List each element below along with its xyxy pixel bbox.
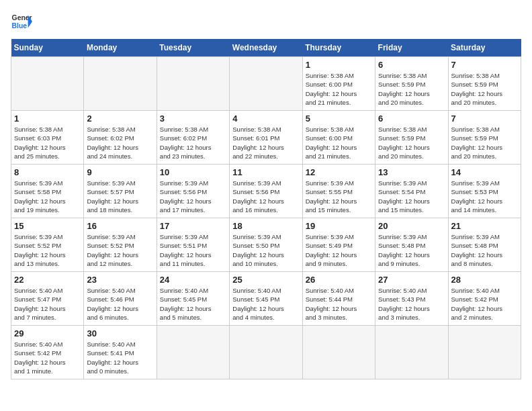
calendar-cell: 10Sunrise: 5:39 AM Sunset: 5:56 PM Dayli…: [157, 165, 229, 218]
calendar-cell: 17Sunrise: 5:39 AM Sunset: 5:51 PM Dayli…: [157, 218, 229, 272]
day-info: Sunrise: 5:39 AM Sunset: 5:52 PM Dayligh…: [87, 232, 153, 268]
column-header-monday: Monday: [84, 39, 157, 57]
calendar-cell: 8Sunrise: 5:39 AM Sunset: 5:58 PM Daylig…: [11, 165, 84, 218]
day-number: 4: [232, 113, 299, 124]
day-number: 23: [87, 275, 153, 285]
calendar-cell: 14Sunrise: 5:39 AM Sunset: 5:53 PM Dayli…: [448, 165, 521, 218]
day-info: Sunrise: 5:38 AM Sunset: 5:59 PM Dayligh…: [451, 71, 518, 107]
calendar-cell: 22Sunrise: 5:40 AM Sunset: 5:47 PM Dayli…: [11, 272, 84, 326]
calendar-cell: 19Sunrise: 5:39 AM Sunset: 5:49 PM Dayli…: [302, 218, 375, 272]
column-header-saturday: Saturday: [448, 39, 521, 57]
calendar-cell: 7Sunrise: 5:38 AM Sunset: 5:59 PM Daylig…: [448, 57, 521, 111]
day-info: Sunrise: 5:38 AM Sunset: 6:02 PM Dayligh…: [87, 125, 153, 161]
calendar-cell: 12Sunrise: 5:39 AM Sunset: 5:55 PM Dayli…: [302, 165, 375, 218]
calendar-cell: 15Sunrise: 5:39 AM Sunset: 5:52 PM Dayli…: [11, 218, 84, 272]
day-number: 19: [306, 221, 372, 231]
day-number: 10: [160, 167, 226, 177]
day-number: 11: [232, 167, 299, 177]
day-info: Sunrise: 5:38 AM Sunset: 6:00 PM Dayligh…: [306, 125, 372, 161]
calendar-cell: 28Sunrise: 5:40 AM Sunset: 5:42 PM Dayli…: [448, 272, 521, 326]
week-row: 15Sunrise: 5:39 AM Sunset: 5:52 PM Dayli…: [11, 218, 521, 272]
day-number: 18: [232, 221, 299, 231]
calendar-cell: [230, 57, 302, 111]
column-header-friday: Friday: [375, 39, 448, 57]
day-number: 26: [306, 275, 372, 285]
week-row: 1Sunrise: 5:38 AM Sunset: 6:00 PM Daylig…: [11, 57, 521, 111]
calendar-cell: 16Sunrise: 5:39 AM Sunset: 5:52 PM Dayli…: [84, 218, 157, 272]
column-header-sunday: Sunday: [11, 39, 84, 57]
calendar-cell: [375, 326, 448, 379]
day-number: 9: [87, 167, 153, 177]
calendar-cell: 24Sunrise: 5:40 AM Sunset: 5:45 PM Dayli…: [157, 272, 229, 326]
calendar-cell: 3Sunrise: 5:38 AM Sunset: 6:02 PM Daylig…: [157, 111, 229, 165]
day-info: Sunrise: 5:38 AM Sunset: 5:59 PM Dayligh…: [451, 125, 518, 161]
day-info: Sunrise: 5:39 AM Sunset: 5:54 PM Dayligh…: [378, 179, 445, 214]
day-info: Sunrise: 5:40 AM Sunset: 5:42 PM Dayligh…: [14, 340, 81, 375]
calendar-cell: 9Sunrise: 5:39 AM Sunset: 5:57 PM Daylig…: [84, 165, 157, 218]
day-info: Sunrise: 5:38 AM Sunset: 5:59 PM Dayligh…: [378, 125, 445, 161]
day-number: 15: [14, 221, 81, 231]
day-info: Sunrise: 5:39 AM Sunset: 5:48 PM Dayligh…: [378, 232, 445, 268]
week-row: 8Sunrise: 5:39 AM Sunset: 5:58 PM Daylig…: [11, 165, 521, 218]
calendar-cell: 23Sunrise: 5:40 AM Sunset: 5:46 PM Dayli…: [84, 272, 157, 326]
day-number: 14: [451, 167, 518, 177]
day-number: 12: [306, 167, 372, 177]
day-info: Sunrise: 5:40 AM Sunset: 5:44 PM Dayligh…: [306, 286, 372, 322]
calendar-cell: 1Sunrise: 5:38 AM Sunset: 6:03 PM Daylig…: [11, 111, 84, 165]
calendar-cell: 18Sunrise: 5:39 AM Sunset: 5:50 PM Dayli…: [230, 218, 302, 272]
week-row: 22Sunrise: 5:40 AM Sunset: 5:47 PM Dayli…: [11, 272, 521, 326]
calendar-cell: 27Sunrise: 5:40 AM Sunset: 5:43 PM Dayli…: [375, 272, 448, 326]
day-number: 7: [451, 60, 518, 70]
day-number: 1: [306, 60, 372, 70]
day-info: Sunrise: 5:40 AM Sunset: 5:41 PM Dayligh…: [87, 340, 153, 375]
calendar-table: SundayMondayTuesdayWednesdayThursdayFrid…: [11, 39, 521, 379]
day-number: 8: [14, 167, 81, 177]
calendar-cell: [230, 326, 302, 379]
day-number: 25: [232, 275, 299, 285]
day-info: Sunrise: 5:39 AM Sunset: 5:52 PM Dayligh…: [14, 232, 81, 268]
week-row: 1Sunrise: 5:38 AM Sunset: 6:03 PM Daylig…: [11, 111, 521, 165]
calendar-cell: 21Sunrise: 5:39 AM Sunset: 5:48 PM Dayli…: [448, 218, 521, 272]
column-header-wednesday: Wednesday: [230, 39, 302, 57]
day-number: 16: [87, 221, 153, 231]
day-info: Sunrise: 5:39 AM Sunset: 5:57 PM Dayligh…: [87, 179, 153, 214]
calendar-cell: 7Sunrise: 5:38 AM Sunset: 5:59 PM Daylig…: [448, 111, 521, 165]
day-info: Sunrise: 5:38 AM Sunset: 6:01 PM Dayligh…: [232, 125, 299, 161]
day-info: Sunrise: 5:39 AM Sunset: 5:56 PM Dayligh…: [232, 179, 299, 214]
calendar-cell: [157, 57, 229, 111]
day-info: Sunrise: 5:39 AM Sunset: 5:48 PM Dayligh…: [451, 232, 518, 268]
page-header: General Blue: [11, 11, 521, 32]
day-number: 5: [306, 113, 372, 124]
calendar-cell: 6Sunrise: 5:38 AM Sunset: 5:59 PM Daylig…: [375, 111, 448, 165]
day-info: Sunrise: 5:39 AM Sunset: 5:49 PM Dayligh…: [306, 232, 372, 268]
day-info: Sunrise: 5:38 AM Sunset: 5:59 PM Dayligh…: [378, 71, 445, 107]
day-number: 21: [451, 221, 518, 231]
day-number: 30: [87, 328, 153, 338]
day-number: 27: [378, 275, 445, 285]
day-number: 22: [14, 275, 81, 285]
calendar-cell: 5Sunrise: 5:38 AM Sunset: 6:00 PM Daylig…: [302, 111, 375, 165]
header-row: SundayMondayTuesdayWednesdayThursdayFrid…: [11, 39, 521, 57]
calendar-cell: 26Sunrise: 5:40 AM Sunset: 5:44 PM Dayli…: [302, 272, 375, 326]
calendar-cell: 11Sunrise: 5:39 AM Sunset: 5:56 PM Dayli…: [230, 165, 302, 218]
day-number: 13: [378, 167, 445, 177]
calendar-cell: 1Sunrise: 5:38 AM Sunset: 6:00 PM Daylig…: [302, 57, 375, 111]
calendar-cell: [157, 326, 229, 379]
day-number: 3: [160, 113, 226, 124]
day-number: 6: [378, 113, 445, 124]
day-number: 17: [160, 221, 226, 231]
day-number: 6: [378, 60, 445, 70]
calendar-cell: 29Sunrise: 5:40 AM Sunset: 5:42 PM Dayli…: [11, 326, 84, 379]
day-number: 20: [378, 221, 445, 231]
calendar-cell: [448, 326, 521, 379]
day-number: 7: [451, 113, 518, 124]
calendar-cell: 6Sunrise: 5:38 AM Sunset: 5:59 PM Daylig…: [375, 57, 448, 111]
column-header-thursday: Thursday: [302, 39, 375, 57]
column-header-tuesday: Tuesday: [157, 39, 229, 57]
calendar-cell: [11, 57, 84, 111]
day-number: 24: [160, 275, 226, 285]
day-number: 2: [87, 113, 153, 124]
day-info: Sunrise: 5:40 AM Sunset: 5:46 PM Dayligh…: [87, 286, 153, 322]
day-info: Sunrise: 5:39 AM Sunset: 5:56 PM Dayligh…: [160, 179, 226, 214]
logo-icon: General Blue: [11, 11, 32, 32]
